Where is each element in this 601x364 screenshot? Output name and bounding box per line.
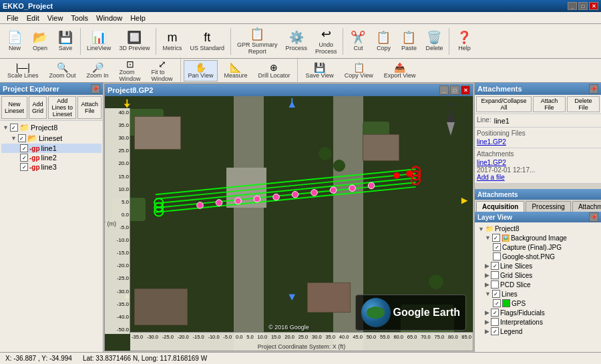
menu-edit[interactable]: Edit <box>23 12 43 23</box>
tab-processing[interactable]: Processing <box>526 201 570 212</box>
new-lineset-btn[interactable]: New Lineset <box>1 96 27 119</box>
scale-lines-button[interactable]: |—| Scale Lines <box>3 60 43 81</box>
pan-view-button[interactable]: ✋ Pan View <box>184 60 218 81</box>
sep5 <box>449 28 449 55</box>
layer-view-pin[interactable]: 📌 <box>589 212 598 222</box>
metrics-button[interactable]: m Metrics <box>159 25 185 57</box>
undo-process-button[interactable]: ↩ UndoProcess <box>312 25 341 57</box>
project-explorer-label: Project Explorer <box>3 85 59 93</box>
svg-point-22 <box>406 170 413 177</box>
delete-file-btn[interactable]: Delete File <box>567 96 600 112</box>
checkbox-line-slices[interactable]: ✓ <box>491 262 499 270</box>
menu-file[interactable]: File <box>3 12 23 23</box>
fit-to-window-button[interactable]: ⤢ Fit toWindow <box>147 60 178 81</box>
layer-capture[interactable]: ✓ Capture (Final).JPG <box>477 242 599 252</box>
layer-google-shot[interactable]: Google-shot.PNG <box>477 252 599 261</box>
tree-item-line1[interactable]: ✓ -gp line1 <box>1 144 102 153</box>
layer-grid-slices[interactable]: ▶ Grid Slices <box>477 270 599 280</box>
status-coords-right: Lat: 33.8371466 N, Long: 117.8168169 W <box>83 355 207 362</box>
process-label: Process <box>285 45 307 51</box>
zoom-out-button[interactable]: 🔍 Zoom Out <box>45 60 81 81</box>
menu-tools[interactable]: Tools <box>67 12 92 23</box>
map-window: Project8.GP2 _ □ ✕ <box>104 83 473 351</box>
att-gp2-link[interactable]: line1.GP2 <box>477 138 599 146</box>
layer-legend[interactable]: ▶ ✓ Legend <box>477 327 599 336</box>
gpr-summary-button[interactable]: 📋 GPR SummaryReport <box>234 25 281 57</box>
checkbox-legend[interactable]: ✓ <box>491 327 499 335</box>
lineview-button[interactable]: 📊 LineView <box>83 25 114 57</box>
checkbox-grid-slices[interactable] <box>491 271 499 279</box>
tab-attachments[interactable]: Attachme... <box>572 201 601 212</box>
checkbox-lineset[interactable]: ✓ <box>18 134 26 142</box>
minimize-btn[interactable]: _ <box>568 2 577 10</box>
copy-button[interactable]: 📋 Copy <box>371 25 395 57</box>
layer-line-slices[interactable]: ▶ ✓ Line Slices <box>477 261 599 270</box>
checkbox-flags[interactable]: ✓ <box>491 309 499 317</box>
paste-button[interactable]: 📋 Paste <box>397 25 421 57</box>
checkbox-capture[interactable]: ✓ <box>493 243 501 251</box>
checkbox-line3[interactable]: ✓ <box>20 163 28 171</box>
layer-background-image[interactable]: ▼ ✓ 🖼️ Background Image <box>477 233 599 242</box>
layer-interpretations[interactable]: ▶ Interpretations <box>477 317 599 327</box>
north-label: N <box>448 102 453 109</box>
checkbox-google-shot[interactable] <box>493 252 501 260</box>
checkbox-gps[interactable]: ✓ <box>493 299 501 307</box>
att-pin-btn[interactable]: 📌 <box>589 84 598 94</box>
new-button[interactable]: 📄 New <box>3 25 27 57</box>
map-minimize-btn[interactable]: _ <box>439 85 449 95</box>
checkbox-line1[interactable]: ✓ <box>20 144 28 152</box>
tab-acquisition[interactable]: Acquisition <box>476 201 524 212</box>
layer-pcd-slice[interactable]: ▶ PCD Slice <box>477 280 599 289</box>
svg-marker-30 <box>461 198 468 204</box>
tree-item-line3[interactable]: ✓ -gp line3 <box>1 162 102 172</box>
checkbox-project8[interactable]: ✓ <box>10 124 18 132</box>
y-label-n30: -30.0 <box>106 289 129 295</box>
zoom-window-button[interactable]: ⊡ ZoomWindow <box>115 60 146 81</box>
checkbox-line2[interactable]: ✓ <box>20 154 28 162</box>
save-view-button[interactable]: 💾 Save View <box>300 60 338 81</box>
map-close-btn[interactable]: ✕ <box>461 85 470 95</box>
copy-view-button[interactable]: 📋 Copy View <box>340 60 378 81</box>
cut-button[interactable]: ✂️ Cut <box>346 25 370 57</box>
zoom-in-button[interactable]: 🔎 Zoom In <box>82 60 114 81</box>
tree-item-project8[interactable]: ▼ ✓ 📁 Project8 <box>1 122 102 133</box>
pe-pin-btn[interactable]: 📌 <box>91 84 100 94</box>
open-button[interactable]: 📂 Open <box>28 25 52 57</box>
layer-lines[interactable]: ▼ ✓ Lines <box>477 289 599 299</box>
checkbox-bg[interactable]: ✓ <box>492 234 500 242</box>
x-label-80: 80.0 <box>448 334 458 340</box>
map-maximize-btn[interactable]: □ <box>450 85 459 95</box>
add-grid-btn[interactable]: Add Grid <box>29 96 47 119</box>
close-btn[interactable]: ✕ <box>589 2 598 10</box>
save-button[interactable]: 💾 Save <box>53 25 77 57</box>
menu-window[interactable]: Window <box>92 12 126 23</box>
us-standard-button[interactable]: ft US Standard <box>186 25 228 57</box>
delete-button[interactable]: 🗑️ Delete <box>422 25 446 57</box>
menu-view[interactable]: View <box>43 12 67 23</box>
maximize-btn[interactable]: □ <box>578 2 588 10</box>
attach-file-att-btn[interactable]: Attach File <box>533 96 566 112</box>
3dpreview-button[interactable]: 🔲 3D Preview <box>116 25 153 57</box>
checkbox-interp[interactable] <box>491 318 499 326</box>
tree-item-line2[interactable]: ✓ -gp line2 <box>1 153 102 162</box>
att-add-file-link[interactable]: Add a file <box>477 174 599 181</box>
attach-file-btn[interactable]: Attach File <box>77 96 102 119</box>
layer-gps[interactable]: ✓ GPS <box>477 299 599 308</box>
map-viewport[interactable]: 40.0 35.0 30.0 25.0 20.0 15.0 10.0 5.0 0… <box>105 96 473 351</box>
expand-collapse-btn[interactable]: Expand/Collapse All <box>476 96 532 112</box>
process-button[interactable]: ⚙️ Process <box>282 25 311 57</box>
measure-button[interactable]: 📐 Measure <box>219 60 252 81</box>
tree-item-lineset[interactable]: ▼ ✓ 📂 Lineset <box>1 133 102 144</box>
layer-flags[interactable]: ▶ ✓ Flags/Fiducials <box>477 308 599 317</box>
checkbox-pcd[interactable] <box>491 281 499 289</box>
drill-locator-button[interactable]: ⊕ Drill Locator <box>253 60 294 81</box>
layer-label-pcd: PCD Slice <box>500 281 531 289</box>
help-button[interactable]: ❓ Help <box>452 25 476 57</box>
menu-help[interactable]: Help <box>126 12 150 23</box>
layer-project8[interactable]: ▼ 📁 Project8 <box>477 224 599 233</box>
checkbox-lines[interactable]: ✓ <box>492 290 500 298</box>
att-file-link[interactable]: line1.GP2 <box>477 159 599 166</box>
export-view-button[interactable]: 📤 Export View <box>379 60 421 81</box>
export-view-label: Export View <box>384 72 416 79</box>
add-lineset-to-lineset-btn[interactable]: Add Lines to Lineset <box>48 96 76 119</box>
